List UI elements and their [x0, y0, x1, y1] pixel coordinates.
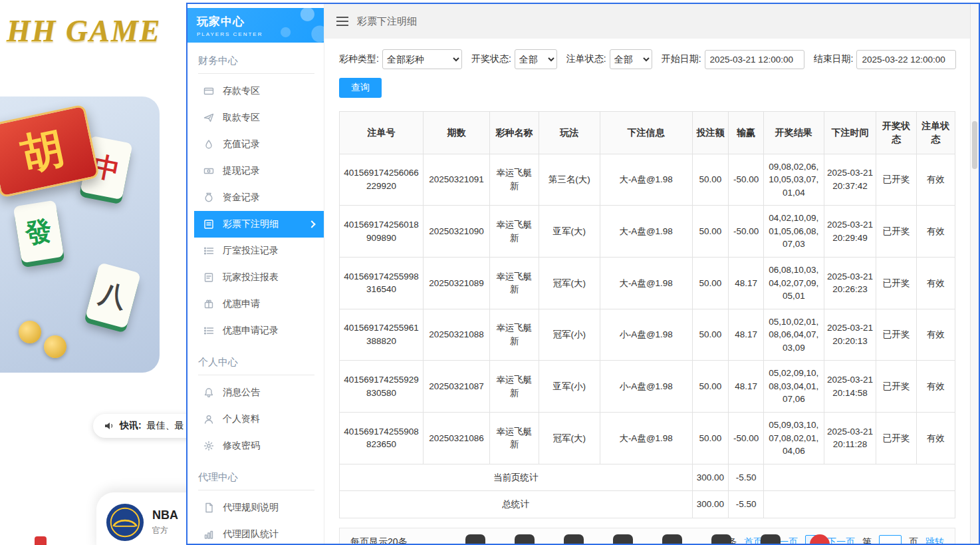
col-header: 开奖结果: [763, 112, 824, 154]
sidebar-item-label: 优惠申请: [223, 298, 260, 310]
sidebar-item-profile[interactable]: 个人资料: [187, 406, 324, 433]
cell-draw-status: 已开奖: [876, 309, 916, 361]
sidebar-item-label: 彩票下注明细: [223, 218, 279, 230]
col-header: 下注信息: [600, 112, 692, 154]
section-items: 代理规则说明 代理团队统计: [187, 494, 324, 544]
sidebar-subtitle: PLAYERS CENTER: [197, 31, 324, 37]
start-date-input[interactable]: [705, 50, 804, 69]
cell-bet-id: 401569174255998316540: [340, 257, 424, 309]
bet-status-select[interactable]: 全部: [610, 49, 652, 69]
phone-icon[interactable]: [515, 534, 535, 545]
cell-bet-id: 401569174256066229920: [340, 154, 424, 206]
cell-bet-status: 有效: [916, 361, 955, 413]
sidebar-item-agent-rules[interactable]: 代理规则说明: [187, 494, 324, 521]
sidebar-item-label: 优惠申请记录: [223, 325, 279, 337]
sidebar-item-agent-team-stats[interactable]: 代理团队统计: [187, 521, 324, 544]
col-header: 投注额: [692, 112, 729, 154]
sidebar-item-label: 取款专区: [223, 112, 260, 124]
cell-draw-result: 05,02,09,10,08,03,04,01,07,06: [763, 361, 824, 413]
cell-bet-amount: 50.00: [692, 257, 729, 309]
summary-row: 总统计 300.00 -5.50: [340, 491, 955, 518]
main-content: 彩种类型: 全部彩种 开奖状态: 全部 注单状态: 全部 开始日期: 结束日期:…: [324, 39, 970, 545]
cell-lottery-name: 幸运飞艇新: [489, 154, 539, 206]
sidebar-item-cashout-records[interactable]: 提现记录: [187, 158, 324, 184]
sidebar-item-withdraw[interactable]: 取款专区: [187, 104, 324, 131]
message-icon: [203, 387, 214, 398]
cell-lottery-name: 幸运飞艇新: [489, 257, 539, 309]
cell-bet-status: 有效: [916, 206, 955, 258]
cell-play-type: 冠军(小): [539, 309, 600, 361]
scrollbar-track[interactable]: [970, 4, 979, 544]
cell-bet-status: 有效: [916, 154, 955, 206]
cell-win-loss: -50.00: [729, 154, 764, 206]
end-date-input[interactable]: [856, 50, 956, 69]
agent-stats-icon: [203, 529, 214, 540]
cell-period: 20250321089: [423, 257, 489, 309]
cell-draw-result: 05,10,02,01,08,06,04,07,03,09: [763, 309, 824, 361]
section-items: 消息公告 个人资料 修改密码: [187, 379, 324, 459]
sidebar-item-label: 个人资料: [223, 413, 260, 425]
cell-bet-amount: 50.00: [692, 309, 729, 361]
funds-icon: [203, 192, 214, 203]
sidebar-item-label: 充值记录: [223, 138, 260, 150]
megaphone-icon[interactable]: [810, 534, 830, 545]
scrollbar-thumb[interactable]: [972, 121, 977, 169]
search-button[interactable]: 查询: [339, 78, 382, 98]
sidebar-item-promo-apply-records[interactable]: 优惠申请记录: [187, 317, 324, 344]
menu-icon[interactable]: [336, 17, 348, 26]
cell-win-loss: -50.00: [729, 206, 764, 258]
cell-lottery-name: 幸运飞艇新: [489, 413, 539, 464]
monitor-icon[interactable]: [662, 534, 682, 545]
filter-group: 开奖状态: 全部: [471, 49, 557, 69]
lottery-detail-icon: [203, 219, 214, 230]
sidebar-header: 玩家中心 PLAYERS CENTER: [187, 8, 324, 43]
cell-play-type: 第三名(大): [539, 154, 600, 206]
cell-bet-status: 有效: [916, 309, 955, 361]
section-items: 存款专区 取款专区 充值记录 提现记录 资金记录 彩票下注明细 厅室投注记录 玩…: [187, 78, 324, 344]
sidebar-item-lottery-bet-details[interactable]: 彩票下注明细: [194, 211, 324, 238]
filter-label: 开奖状态:: [471, 53, 511, 65]
col-header: 玩法: [539, 112, 600, 154]
coin-icon: [19, 321, 41, 343]
sidebar-item-player-bet-report[interactable]: 玩家投注报表: [187, 264, 324, 291]
lottery-type-select[interactable]: 全部彩种: [382, 49, 462, 69]
sidebar-item-hall-bet-records[interactable]: 厅室投注记录: [187, 238, 324, 264]
sidebar-menu: 财务中心 存款专区 取款专区 充值记录 提现记录 资金记录 彩票下注明细 厅室投…: [187, 55, 324, 544]
sidebar-item-messages[interactable]: 消息公告: [187, 379, 324, 406]
team-icon[interactable]: [613, 534, 633, 545]
cell-draw-result: 06,08,10,03,04,02,07,09,05,01: [763, 257, 824, 309]
gift-icon[interactable]: [711, 534, 731, 545]
sidebar-item-deposit[interactable]: 存款专区: [187, 78, 324, 104]
news-ticker: 快讯: 最佳、最: [93, 414, 195, 438]
cell-draw-result: 05,09,03,10,07,08,02,01,04,06: [763, 413, 824, 464]
apps-icon[interactable]: [465, 534, 485, 545]
cell-lottery-name: 幸运飞艇新: [489, 361, 539, 413]
sidebar-item-recharge-records[interactable]: 充值记录: [187, 131, 324, 158]
chart-icon[interactable]: [564, 534, 584, 545]
cell-bet-id: 401569174255961388820: [340, 309, 424, 361]
cell-play-type: 冠军(大): [539, 257, 600, 309]
sidebar-item-fund-records[interactable]: 资金记录: [187, 184, 324, 211]
cell-draw-status: 已开奖: [876, 361, 916, 413]
headset-icon[interactable]: [761, 534, 781, 545]
player-center-modal: 玩家中心 PLAYERS CENTER 财务中心 存款专区 取款专区 充值记录 …: [186, 3, 980, 545]
cell-bet-time: 2025-03-21 20:11:28: [824, 413, 876, 464]
cell-bet-status: 有效: [916, 257, 955, 309]
sidebar-item-promo-apply[interactable]: 优惠申请: [187, 291, 324, 317]
sidebar-item-label: 玩家投注报表: [223, 272, 279, 283]
sidebar-item-label: 代理规则说明: [223, 502, 279, 514]
draw-status-select[interactable]: 全部: [515, 49, 557, 69]
summary-bet-total: 300.00: [692, 464, 729, 491]
cell-lottery-name: 幸运飞艇新: [489, 206, 539, 258]
sidebar-item-change-password[interactable]: 修改密码: [187, 433, 324, 459]
recharge-icon: [203, 139, 214, 150]
chevron-right-icon: [308, 220, 315, 228]
profile-icon: [203, 414, 214, 425]
cell-bet-info: 大-A盘@1.98: [600, 413, 692, 464]
col-header: 输赢: [729, 112, 764, 154]
cell-bet-info: 大-A盘@1.98: [600, 257, 692, 309]
cell-period: 20250321091: [423, 154, 489, 206]
cell-bet-amount: 50.00: [692, 154, 729, 206]
table-row: 401569174256066229920 20250321091 幸运飞艇新 …: [340, 154, 955, 206]
cell-play-type: 亚军(小): [539, 361, 600, 413]
